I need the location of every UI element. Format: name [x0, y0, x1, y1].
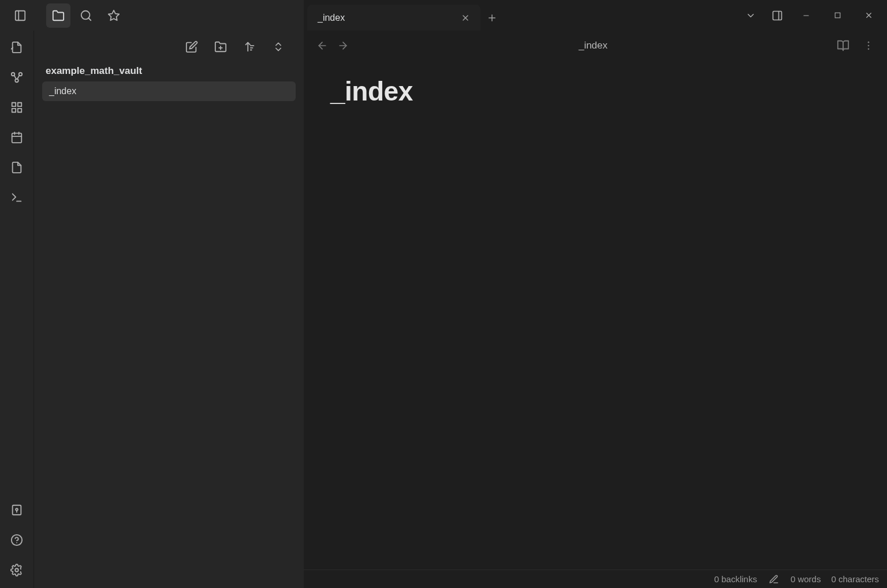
collapse-expand-button[interactable]	[268, 36, 289, 57]
tab-close-button[interactable]	[459, 11, 472, 25]
close-icon	[461, 13, 470, 23]
editor-header-tools	[833, 35, 879, 56]
note-title[interactable]: _index	[330, 76, 860, 107]
svg-rect-24	[12, 133, 22, 143]
plus-icon	[487, 13, 497, 23]
help-button[interactable]	[6, 529, 28, 551]
file-explorer-tab[interactable]	[46, 3, 70, 28]
sidebar-icon	[14, 9, 27, 22]
svg-point-45	[868, 49, 870, 50]
note-body[interactable]: _index	[304, 61, 887, 570]
close-icon	[864, 11, 873, 20]
toggle-right-sidebar-button[interactable]	[765, 3, 790, 28]
pen-icon	[769, 574, 779, 585]
chevrons-up-down-icon	[273, 41, 284, 53]
edit-icon	[185, 40, 198, 53]
vault-switcher-button[interactable]	[6, 499, 28, 521]
nav-forward-button[interactable]	[333, 35, 353, 56]
main-row: example_math_vault _index _index	[0, 31, 887, 588]
minimize-icon	[802, 12, 810, 20]
status-backlinks[interactable]: 0 backlinks	[714, 574, 757, 584]
sort-button[interactable]	[239, 36, 260, 57]
collapse-sidebar-button[interactable]	[8, 3, 32, 28]
more-options-button[interactable]	[858, 35, 879, 56]
graph-view-button[interactable]	[6, 66, 28, 88]
sort-icon	[243, 40, 256, 53]
svg-point-44	[868, 45, 870, 47]
window-minimize-button[interactable]	[791, 3, 821, 28]
svg-rect-0	[16, 10, 25, 20]
bookmarks-tab[interactable]	[102, 3, 126, 28]
titlebar-right-controls	[738, 0, 887, 31]
vault-icon	[10, 504, 23, 516]
status-words[interactable]: 0 words	[791, 574, 821, 584]
statusbar: 0 backlinks 0 words 0 characters	[304, 570, 887, 588]
status-edit-mode-button[interactable]	[767, 573, 780, 586]
gear-icon	[10, 564, 23, 576]
explorer-toolbar	[34, 31, 304, 63]
star-icon	[107, 9, 120, 22]
search-icon	[80, 9, 92, 22]
file-item-label: _index	[49, 86, 76, 96]
svg-rect-20	[12, 103, 16, 106]
calendar-icon	[10, 131, 23, 144]
svg-point-34	[15, 568, 18, 572]
svg-line-3	[88, 18, 91, 20]
templates-button[interactable]	[6, 157, 28, 178]
window-maximize-button[interactable]	[822, 3, 852, 28]
file-item[interactable]: _index	[42, 81, 296, 101]
quick-switcher-button[interactable]	[6, 36, 28, 58]
daily-note-button[interactable]	[6, 126, 28, 148]
svg-rect-9	[773, 11, 782, 20]
file-icon	[10, 161, 23, 174]
folder-plus-icon	[214, 40, 227, 53]
tab-strip: _index	[304, 0, 738, 31]
layout-grid-icon	[10, 101, 23, 114]
graph-icon	[10, 71, 23, 84]
reading-mode-button[interactable]	[833, 35, 854, 56]
svg-point-43	[868, 42, 870, 43]
folder-icon	[52, 9, 65, 22]
editor-pane: _index _index 0 backlinks 0 words 0 char…	[304, 31, 887, 588]
command-palette-button[interactable]	[6, 187, 28, 209]
left-ribbon	[0, 31, 33, 588]
tab-list-dropdown[interactable]	[738, 3, 763, 28]
vault-title[interactable]: example_math_vault	[34, 63, 304, 81]
arrow-left-icon	[316, 40, 328, 51]
editor-header: _index	[304, 31, 887, 61]
more-vertical-icon	[863, 40, 874, 51]
book-open-icon	[837, 39, 849, 52]
file-search-icon	[10, 41, 23, 54]
arrow-right-icon	[337, 40, 349, 51]
svg-rect-12	[835, 13, 840, 18]
new-tab-button[interactable]	[480, 5, 504, 31]
settings-button[interactable]	[6, 559, 28, 581]
chevron-down-icon	[746, 10, 756, 21]
file-explorer-pane: example_math_vault _index	[33, 31, 304, 588]
titlebar: _index	[0, 0, 887, 31]
svg-point-17	[15, 79, 18, 83]
search-tab[interactable]	[74, 3, 98, 28]
tab-title: _index	[318, 13, 459, 23]
terminal-icon	[10, 191, 23, 204]
new-folder-button[interactable]	[210, 36, 231, 57]
maximize-icon	[834, 12, 841, 19]
window-close-button[interactable]	[854, 3, 884, 28]
svg-rect-21	[18, 103, 21, 106]
titlebar-left-toolbar	[0, 0, 304, 31]
svg-rect-22	[18, 109, 21, 112]
svg-line-18	[14, 75, 16, 79]
help-icon	[10, 534, 23, 546]
breadcrumb[interactable]: _index	[353, 40, 833, 51]
svg-line-19	[17, 75, 20, 79]
sidebar-right-icon	[772, 10, 783, 21]
tab-active[interactable]: _index	[307, 5, 480, 31]
canvas-button[interactable]	[6, 96, 28, 118]
status-characters[interactable]: 0 characters	[831, 574, 879, 584]
new-note-button[interactable]	[181, 36, 202, 57]
nav-back-button[interactable]	[312, 35, 333, 56]
svg-marker-4	[109, 10, 119, 20]
svg-rect-23	[12, 109, 16, 112]
